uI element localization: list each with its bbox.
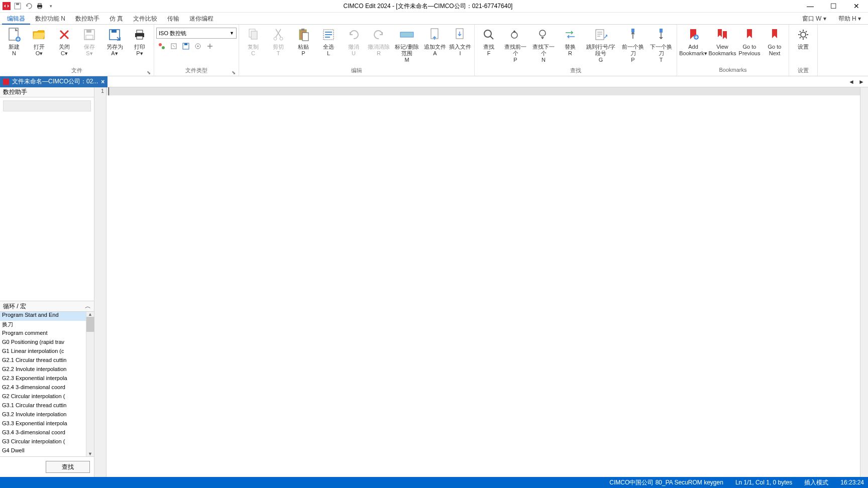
code-editor[interactable]: 1 bbox=[94, 87, 868, 477]
macro-item[interactable]: G0 Positioning (rapid trav bbox=[0, 339, 94, 348]
macro-item[interactable]: 换刀 bbox=[0, 321, 94, 330]
save-as-button[interactable]: 另存为A▾ bbox=[102, 26, 127, 58]
ribbon-group-filetype: ISO 数控铣 ▼ 文件类型⬊ bbox=[154, 25, 239, 76]
macro-item[interactable]: G2.4 3-dimensional coord bbox=[0, 384, 94, 393]
find-prev-button[interactable]: 查找前一个P bbox=[502, 26, 529, 64]
view-bookmarks-button[interactable]: ViewBookmarks bbox=[708, 26, 736, 58]
macro-item[interactable]: G3.1 Circular thread cuttin bbox=[0, 402, 94, 411]
print-button[interactable]: 打印P▾ bbox=[128, 26, 152, 58]
copy-button[interactable]: 复制C bbox=[241, 26, 265, 58]
insert-file-button[interactable]: 插入文件I bbox=[448, 26, 472, 58]
find-button[interactable]: 查找F bbox=[477, 26, 501, 58]
doc-tab-icon bbox=[3, 79, 9, 85]
macro-item[interactable]: G2 Circular interpolation ( bbox=[0, 393, 94, 402]
goto-next-bookmark-button[interactable]: Go toNext bbox=[763, 26, 787, 58]
replace-icon bbox=[562, 27, 578, 43]
paste-button[interactable]: 粘贴P bbox=[291, 26, 315, 58]
redo-button[interactable]: 撤消清除R bbox=[367, 26, 391, 58]
code-text-area[interactable] bbox=[106, 87, 860, 477]
macro-item[interactable]: G2.3 Exponential interpola bbox=[0, 375, 94, 384]
ribbon-group-file: 新建N 打开O▾ 关闭C▾ 保存S▾ 另存为A▾ 打印P▾ bbox=[0, 25, 154, 76]
filetype-tool-2-icon[interactable] bbox=[169, 42, 178, 51]
redo-arrow-icon bbox=[371, 27, 387, 43]
scroll-down-icon[interactable]: ▼ bbox=[88, 451, 92, 456]
prev-tool-change-button[interactable]: 前一个换刀P bbox=[619, 26, 646, 64]
maximize-button[interactable]: ☐ bbox=[822, 0, 845, 13]
tab-mini-programming[interactable]: 迷你编程 bbox=[184, 13, 219, 25]
tab-prev-icon[interactable]: ◄ bbox=[847, 77, 856, 86]
next-tool-change-button[interactable]: 下一个换刀T bbox=[647, 26, 675, 64]
svg-rect-12 bbox=[112, 30, 117, 33]
goto-line-button[interactable]: 跳到行号/字段号G bbox=[583, 26, 618, 64]
macro-item[interactable]: G2.2 Involute interpolation bbox=[0, 366, 94, 375]
mark-delete-range-button[interactable]: 标记/删除范围M bbox=[392, 26, 422, 64]
macro-scrollbar[interactable]: ▲ ▼ bbox=[86, 312, 94, 456]
chevron-down-icon: ▼ bbox=[230, 31, 234, 36]
tool-up-icon bbox=[625, 27, 641, 43]
scroll-up-icon[interactable]: ▲ bbox=[88, 312, 92, 317]
document-tab[interactable]: 文件未命名—CIMCO公司：02... × bbox=[0, 76, 107, 87]
save-disk-icon bbox=[81, 27, 97, 43]
filetype-dropdown[interactable]: ISO 数控铣 ▼ bbox=[156, 28, 237, 39]
scroll-thumb[interactable] bbox=[86, 317, 94, 332]
tab-simulation[interactable]: 仿 真 bbox=[104, 13, 128, 25]
doc-tab-close-icon[interactable]: × bbox=[101, 78, 104, 85]
minimize-button[interactable]: — bbox=[799, 0, 822, 13]
svg-rect-4 bbox=[38, 4, 41, 5]
tab-nc-functions[interactable]: 数控功能 N bbox=[30, 13, 70, 25]
close-button-ribbon[interactable]: 关闭C▾ bbox=[52, 26, 76, 58]
bookmark-prev-icon bbox=[741, 27, 757, 43]
status-cursor-pos: Ln 1/1, Col 1, 0 bytes bbox=[735, 479, 792, 486]
filetype-tool-4-icon[interactable] bbox=[193, 42, 202, 51]
tab-editor[interactable]: 编辑器 bbox=[2, 13, 30, 25]
undo-icon[interactable] bbox=[24, 2, 33, 11]
macro-item[interactable]: Program Start and End bbox=[0, 312, 94, 321]
svg-rect-5 bbox=[38, 7, 41, 9]
goto-prev-bookmark-button[interactable]: Go toPrevious bbox=[737, 26, 762, 58]
panel-section-macros[interactable]: 循环 / 宏 ︿ bbox=[0, 301, 94, 312]
chevron-up-icon: ︿ bbox=[85, 302, 91, 311]
macro-item[interactable]: G3 Circular interpolation ( bbox=[0, 438, 94, 447]
macro-item[interactable]: G2.1 Circular thread cuttin bbox=[0, 357, 94, 366]
window-menu[interactable]: 窗口 W ▾ bbox=[797, 13, 831, 25]
file-group-launcher-icon[interactable]: ⬊ bbox=[147, 70, 151, 75]
undo-button[interactable]: 撤消U bbox=[342, 26, 366, 58]
print-icon[interactable] bbox=[35, 2, 44, 11]
filetype-tool-1-icon[interactable] bbox=[157, 42, 166, 51]
panel-find-button[interactable]: 查找 bbox=[46, 461, 90, 473]
find-next-button[interactable]: 查找下一个N bbox=[530, 26, 557, 64]
save-icon[interactable] bbox=[13, 2, 22, 11]
macro-item[interactable]: G3.4 3-dimensional coord bbox=[0, 429, 94, 438]
tab-file-compare[interactable]: 文件比较 bbox=[128, 13, 162, 25]
tab-next-icon[interactable]: ► bbox=[857, 77, 866, 86]
panel-search-input[interactable] bbox=[3, 100, 91, 111]
macro-item[interactable]: G3.2 Involute interpolation bbox=[0, 411, 94, 420]
search-icon bbox=[481, 27, 497, 43]
editor-vertical-scrollbar[interactable] bbox=[860, 87, 868, 477]
macro-item[interactable]: G4 Dwell bbox=[0, 447, 94, 456]
qat-dropdown-icon[interactable]: ▾ bbox=[46, 2, 55, 11]
replace-button[interactable]: 替换R bbox=[558, 26, 582, 58]
tab-nc-assist[interactable]: 数控助手 bbox=[70, 13, 104, 25]
macro-item[interactable]: G3.3 Exponential interpola bbox=[0, 420, 94, 429]
save-button[interactable]: 保存S▾ bbox=[77, 26, 101, 58]
close-button[interactable]: ✕ bbox=[845, 0, 868, 13]
macro-item[interactable]: G1 Linear interpolation (c bbox=[0, 348, 94, 357]
cut-button[interactable]: 剪切T bbox=[266, 26, 290, 58]
filetype-tool-3-icon[interactable] bbox=[181, 42, 190, 51]
tab-transmission[interactable]: 传输 bbox=[162, 13, 184, 25]
append-file-button[interactable]: 追加文件A bbox=[423, 26, 447, 58]
select-all-button[interactable]: 全选L bbox=[316, 26, 341, 58]
bookmark-next-icon bbox=[767, 27, 783, 43]
filetype-tool-5-icon[interactable] bbox=[205, 42, 214, 51]
new-button[interactable]: 新建N bbox=[2, 26, 26, 58]
settings-button[interactable]: 设置 bbox=[791, 26, 815, 51]
macro-item[interactable]: Program comment bbox=[0, 330, 94, 339]
add-bookmark-button[interactable]: AddBookmark▾ bbox=[679, 26, 707, 58]
help-menu[interactable]: 帮助 H ▾ bbox=[833, 13, 866, 25]
svg-point-16 bbox=[159, 43, 162, 46]
line-number: 1 bbox=[96, 88, 104, 94]
editor-area: 数控助手 循环 / 宏 ︿ Program Start and End换刀Pro… bbox=[0, 87, 868, 477]
open-button[interactable]: 打开O▾ bbox=[27, 26, 51, 58]
filetype-group-launcher-icon[interactable]: ⬊ bbox=[232, 70, 236, 75]
